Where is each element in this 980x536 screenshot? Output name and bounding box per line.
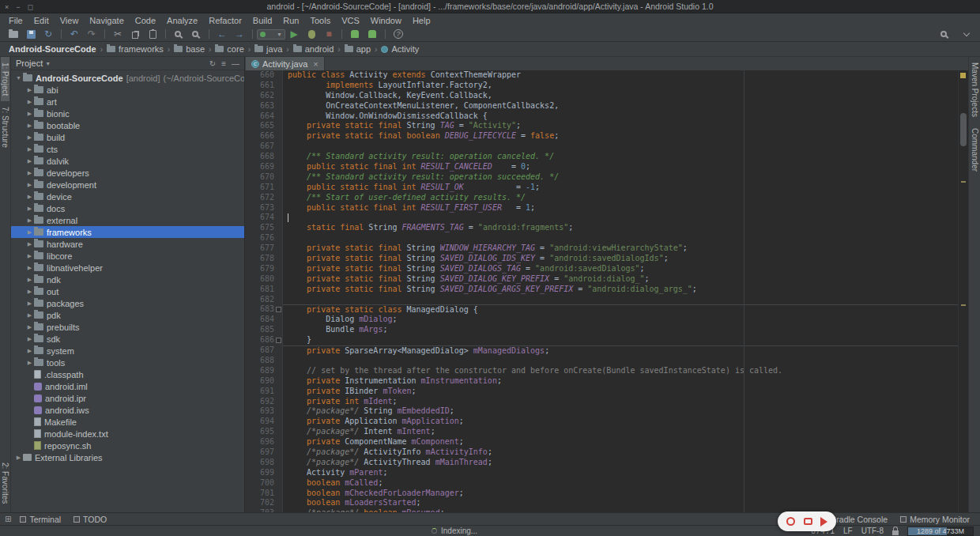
code-line[interactable]: 669 public static final int RESULT_CANCE… bbox=[245, 162, 968, 172]
code-line[interactable]: 699 Activity mParent; bbox=[245, 468, 968, 478]
fold-marker-icon[interactable] bbox=[276, 307, 281, 312]
redo-icon[interactable]: ↷ bbox=[83, 28, 100, 41]
settings-icon[interactable]: ≡ bbox=[221, 59, 226, 68]
code-line[interactable]: 673 public static final int RESULT_FIRST… bbox=[245, 203, 968, 213]
code-line[interactable]: 691 private IBinder mToken; bbox=[245, 387, 968, 397]
expand-arrow-icon[interactable]: ▶ bbox=[25, 348, 34, 354]
code-line[interactable]: 674 bbox=[245, 213, 968, 223]
expand-arrow-icon[interactable]: ▶ bbox=[25, 229, 34, 236]
menu-file[interactable]: File bbox=[3, 15, 28, 26]
expand-arrow-icon[interactable]: ▶ bbox=[25, 158, 34, 164]
code-line[interactable]: 702 boolean mLoadersStarted; bbox=[245, 498, 968, 508]
breadcrumb-java[interactable]: java bbox=[254, 44, 283, 54]
sdk-manager-icon[interactable] bbox=[364, 28, 381, 41]
stop-icon[interactable]: ■ bbox=[320, 28, 337, 41]
expand-arrow-icon[interactable]: ▶ bbox=[25, 99, 34, 105]
code-line[interactable]: 695 /*package*/ Intent mIntent; bbox=[245, 427, 968, 437]
run-icon[interactable]: ▶ bbox=[285, 28, 303, 41]
view-mode-chevron-icon[interactable]: ▼ bbox=[45, 61, 51, 66]
copy-icon[interactable] bbox=[126, 28, 144, 41]
fold-marker-icon[interactable] bbox=[276, 338, 281, 343]
tree-item-android-iml[interactable]: android.iml bbox=[11, 380, 244, 392]
code-line[interactable]: 697 /*package*/ ActivityInfo mActivityIn… bbox=[245, 447, 968, 458]
code-line[interactable]: 683 private static class ManagedDialog { bbox=[245, 304, 968, 315]
tree-item-build[interactable]: ▶build bbox=[11, 131, 244, 143]
maximize-window-icon[interactable]: ◻ bbox=[28, 3, 33, 11]
breadcrumb-app[interactable]: app bbox=[344, 44, 371, 54]
code-line[interactable]: 703 /*package*/ boolean mResumed; bbox=[245, 508, 968, 512]
breadcrumb-base[interactable]: base bbox=[173, 44, 205, 54]
tree-item-reposync-sh[interactable]: reposync.sh bbox=[11, 440, 244, 451]
menu-refactor[interactable]: Refactor bbox=[203, 15, 247, 26]
code-line[interactable]: 692 private int mIdent; bbox=[245, 397, 968, 407]
breadcrumb-core[interactable]: core bbox=[214, 44, 244, 54]
code-line[interactable]: 678 private static final String SAVED_DI… bbox=[245, 254, 968, 264]
cut-icon[interactable]: ✂ bbox=[109, 28, 126, 41]
tree-item-cts[interactable]: ▶cts bbox=[11, 143, 244, 155]
expand-arrow-icon[interactable]: ▶ bbox=[25, 324, 34, 330]
breadcrumb-frameworks[interactable]: frameworks bbox=[106, 44, 164, 54]
code-line[interactable]: 671 public static final int RESULT_OK = … bbox=[245, 183, 968, 193]
warning-stripe-mark[interactable] bbox=[961, 181, 966, 183]
expand-arrow-icon[interactable]: ▶ bbox=[25, 241, 34, 247]
search-everywhere-icon[interactable] bbox=[936, 28, 953, 41]
tree-item-module-index-txt[interactable]: module-index.txt bbox=[11, 428, 244, 440]
expand-arrow-icon[interactable]: ▶ bbox=[25, 277, 34, 283]
code-line[interactable]: 664 Window.OnWindowDismissedCallback { bbox=[245, 111, 968, 122]
code-line[interactable]: 687 private SparseArray<ManagedDialog> m… bbox=[245, 345, 968, 356]
tree-item-makefile[interactable]: Makefile bbox=[11, 416, 244, 428]
code-line[interactable]: 670 /** Standard activity result: operat… bbox=[245, 172, 968, 183]
tree-item-ndk[interactable]: ▶ndk bbox=[11, 274, 244, 285]
code-line[interactable]: 681 private static final String SAVED_DI… bbox=[245, 285, 968, 295]
back-icon[interactable]: ← bbox=[213, 28, 231, 41]
memory-indicator[interactable]: 1289 of 4733M bbox=[907, 527, 974, 536]
inspection-status-icon[interactable] bbox=[960, 73, 966, 78]
expand-arrow-icon[interactable]: ▶ bbox=[25, 194, 34, 200]
code-line[interactable]: 696 private ComponentName mComponent; bbox=[245, 437, 968, 447]
tree-item-prebuilts[interactable]: ▶prebuilts bbox=[11, 321, 244, 333]
tree-item-out[interactable]: ▶out bbox=[11, 285, 244, 297]
menu-run[interactable]: Run bbox=[277, 15, 304, 26]
editor-scrollbar[interactable] bbox=[958, 70, 968, 512]
code-line[interactable]: 661 implements LayoutInflater.Factory2, bbox=[245, 81, 968, 91]
lock-icon[interactable] bbox=[892, 530, 899, 535]
expand-arrow-icon[interactable]: ▶ bbox=[25, 146, 34, 153]
code-line[interactable]: 675 static final String FRAGMENTS_TAG = … bbox=[245, 223, 968, 233]
tool-button-commander[interactable]: Commander bbox=[971, 123, 979, 177]
breadcrumb-activity[interactable]: Activity bbox=[380, 44, 420, 54]
menu-window[interactable]: Window bbox=[365, 15, 407, 26]
tree-item-android-ipr[interactable]: android.ipr bbox=[11, 392, 244, 404]
expand-arrow-icon[interactable]: ▶ bbox=[25, 206, 34, 212]
tool-button-memory-monitor[interactable]: Memory Monitor bbox=[895, 514, 975, 525]
undo-icon[interactable]: ↶ bbox=[66, 28, 83, 41]
save-all-icon[interactable] bbox=[22, 28, 40, 41]
minimize-window-icon[interactable]: − bbox=[16, 3, 20, 11]
code-line[interactable]: 700 boolean mCalled; bbox=[245, 478, 968, 489]
project-panel-title[interactable]: Project bbox=[16, 59, 43, 68]
menu-view[interactable]: View bbox=[55, 15, 85, 26]
code-line[interactable]: 660public class Activity extends Context… bbox=[245, 70, 968, 81]
tree-item-system[interactable]: ▶system bbox=[11, 345, 244, 357]
find-icon[interactable] bbox=[170, 28, 187, 41]
tab-close-icon[interactable]: × bbox=[313, 59, 318, 69]
menu-edit[interactable]: Edit bbox=[28, 15, 55, 26]
expand-arrow-icon[interactable]: ▶ bbox=[14, 455, 23, 461]
expand-arrow-icon[interactable]: ▶ bbox=[25, 253, 34, 259]
tool-button-maven-projects[interactable]: Maven Projects bbox=[971, 57, 979, 123]
run-config-select[interactable]: ▼ bbox=[257, 29, 285, 40]
screen-recorder-overlay[interactable] bbox=[778, 511, 836, 531]
tool-button-2-favorites[interactable]: 2: Favorites bbox=[1, 457, 9, 509]
debug-icon[interactable] bbox=[303, 28, 320, 41]
tree-item-packages[interactable]: ▶packages bbox=[11, 297, 244, 309]
hide-panel-icon[interactable]: — bbox=[232, 59, 239, 68]
tree-item-bionic[interactable]: ▶bionic bbox=[11, 108, 244, 119]
tree-item-developers[interactable]: ▶developers bbox=[11, 167, 244, 179]
tree-item-external[interactable]: ▶external bbox=[11, 214, 244, 226]
expand-arrow-icon[interactable]: ▶ bbox=[25, 289, 34, 295]
code-line[interactable]: 701 boolean mCheckedForLoaderManager; bbox=[245, 489, 968, 499]
code-line[interactable]: 688 bbox=[245, 356, 968, 366]
expand-arrow-icon[interactable]: ▶ bbox=[25, 123, 34, 129]
code-line[interactable]: 684 Dialog mDialog; bbox=[245, 315, 968, 325]
tree-item-tools[interactable]: ▶tools bbox=[11, 357, 244, 368]
code-line[interactable]: 694 private Application mApplication; bbox=[245, 417, 968, 427]
